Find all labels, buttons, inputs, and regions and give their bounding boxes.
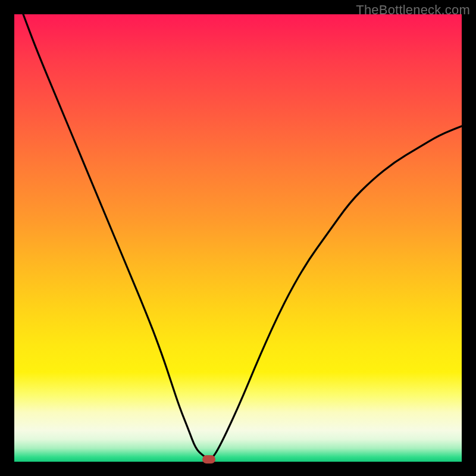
plot-area: [14, 14, 462, 462]
bottleneck-curve: [14, 14, 462, 462]
optimal-point-marker: [202, 455, 215, 464]
chart-frame: TheBottleneck.com: [0, 0, 476, 476]
